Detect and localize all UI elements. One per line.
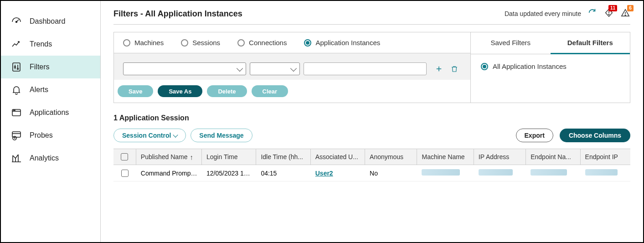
th-label: Idle Time (hh... bbox=[261, 153, 303, 160]
delete-button[interactable]: Delete bbox=[207, 85, 247, 97]
table-row[interactable]: Command Prompt-1 12/05/2023 1:24 ... 04:… bbox=[113, 165, 630, 181]
th-machine-name[interactable]: Machine Name bbox=[417, 149, 474, 165]
radio-label: Application Instances bbox=[315, 39, 380, 47]
sidebar-item-filters[interactable]: Filters bbox=[1, 56, 100, 78]
svg-point-9 bbox=[608, 14, 609, 15]
filter-controls bbox=[123, 62, 461, 75]
sidebar-item-label: Filters bbox=[30, 63, 50, 71]
svg-point-0 bbox=[16, 21, 17, 23]
redacted-value bbox=[422, 169, 459, 176]
refresh-button[interactable] bbox=[587, 8, 598, 20]
th-label: Anonymous bbox=[370, 153, 403, 160]
save-as-button[interactable]: Save As bbox=[158, 85, 202, 97]
sidebar-item-alerts[interactable]: Alerts bbox=[1, 78, 100, 101]
alert-warning-button[interactable]: 6 bbox=[620, 8, 630, 20]
radio-label: Sessions bbox=[192, 39, 220, 47]
sidebar-item-probes[interactable]: Probes bbox=[1, 124, 100, 147]
cell-machine-name bbox=[417, 169, 474, 177]
svg-point-2 bbox=[15, 67, 16, 68]
delete-filter-icon[interactable] bbox=[450, 65, 459, 73]
sidebar-item-label: Probes bbox=[30, 131, 53, 140]
radio-sessions[interactable]: Sessions bbox=[181, 39, 220, 47]
th-label: Login Time bbox=[206, 153, 237, 160]
svg-point-10 bbox=[625, 15, 625, 16]
radio-label: Connections bbox=[249, 39, 287, 47]
svg-point-3 bbox=[17, 68, 19, 70]
svg-point-6 bbox=[15, 110, 15, 110]
sidebar-item-label: Applications bbox=[30, 109, 69, 117]
svg-point-5 bbox=[13, 110, 14, 110]
sidebar-item-label: Analytics bbox=[30, 154, 59, 162]
radio-circle-icon bbox=[123, 39, 130, 47]
th-label: Endpoint IP bbox=[585, 153, 618, 160]
tab-saved-filters[interactable]: Saved Filters bbox=[471, 32, 551, 54]
filter-button-row: Save Save As Delete Clear bbox=[114, 80, 470, 103]
filter-right: Saved Filters Default Filters All Applic… bbox=[470, 32, 630, 103]
th-login-time[interactable]: Login Time bbox=[202, 149, 256, 165]
filter-field-dropdown[interactable] bbox=[123, 62, 246, 75]
default-filter-label: All Application Instances bbox=[493, 62, 567, 70]
radio-machines[interactable]: Machines bbox=[123, 39, 164, 47]
filter-operator-dropdown[interactable] bbox=[250, 62, 300, 75]
th-anonymous[interactable]: Anonymous bbox=[365, 149, 417, 165]
badge-warning: 6 bbox=[627, 5, 634, 11]
row-checkbox[interactable] bbox=[121, 170, 129, 177]
redacted-value bbox=[531, 169, 567, 176]
cell-endpoint-ip bbox=[581, 169, 630, 177]
clear-button[interactable]: Clear bbox=[252, 85, 289, 97]
radio-connections[interactable]: Connections bbox=[237, 39, 287, 47]
alert-critical-button[interactable]: 11 bbox=[604, 8, 614, 20]
filter-value-input[interactable] bbox=[304, 62, 427, 75]
th-label: Machine Name bbox=[422, 153, 464, 160]
cell-login-time: 12/05/2023 1:24 ... bbox=[202, 170, 256, 177]
redacted-value bbox=[479, 169, 513, 176]
session-count: 1 Application Session bbox=[113, 114, 630, 122]
page-title: Filters - All Application Instances bbox=[113, 9, 242, 19]
cell-anonymous: No bbox=[365, 170, 417, 177]
action-left: Session Control Send Message bbox=[113, 129, 252, 142]
send-message-button[interactable]: Send Message bbox=[191, 129, 252, 142]
cell-endpoint-name bbox=[526, 169, 580, 177]
trends-icon bbox=[11, 39, 22, 50]
th-published-name[interactable]: Published Name↑ bbox=[136, 149, 202, 165]
update-text: Data updated every minute bbox=[505, 10, 581, 17]
th-label: Endpoint Na... bbox=[531, 153, 571, 160]
choose-columns-button[interactable]: Choose Columns bbox=[560, 129, 630, 142]
radio-circle-icon bbox=[181, 39, 188, 47]
th-label: Associated U... bbox=[315, 153, 358, 160]
select-all-checkbox[interactable] bbox=[121, 153, 128, 160]
default-filters-body: All Application Instances bbox=[471, 54, 630, 78]
th-endpoint-name[interactable]: Endpoint Na... bbox=[526, 149, 580, 165]
save-button[interactable]: Save bbox=[118, 85, 153, 97]
sidebar-item-dashboard[interactable]: Dashboard bbox=[1, 10, 100, 33]
th-associated-user[interactable]: Associated U... bbox=[311, 149, 365, 165]
main-content: Filters - All Application Instances Data… bbox=[101, 1, 643, 242]
cell-associated-user: User2 bbox=[311, 170, 365, 177]
default-filter-all-app-instances[interactable]: All Application Instances bbox=[481, 62, 620, 70]
radio-label: Machines bbox=[134, 39, 164, 47]
user-link[interactable]: User2 bbox=[315, 170, 333, 177]
tab-default-filters[interactable]: Default Filters bbox=[551, 32, 630, 54]
app-window-icon bbox=[11, 107, 22, 118]
th-endpoint-ip[interactable]: Endpoint IP bbox=[581, 149, 630, 165]
cell-ip-address bbox=[474, 169, 526, 177]
redacted-value bbox=[585, 169, 618, 176]
radio-circle-icon bbox=[481, 63, 488, 70]
radio-app-instances[interactable]: Application Instances bbox=[304, 39, 380, 47]
export-button[interactable]: Export bbox=[516, 129, 553, 142]
session-control-button[interactable]: Session Control bbox=[113, 129, 186, 142]
bell-icon bbox=[11, 84, 22, 95]
add-filter-icon[interactable] bbox=[435, 65, 443, 73]
badge-critical: 11 bbox=[608, 5, 617, 11]
th-checkbox bbox=[113, 149, 136, 165]
sidebar-item-label: Alerts bbox=[30, 86, 48, 94]
filter-box: Machines Sessions Connections Applicatio… bbox=[113, 32, 630, 103]
sidebar-item-trends[interactable]: Trends bbox=[1, 33, 100, 56]
filter-type-radios: Machines Sessions Connections Applicatio… bbox=[114, 32, 470, 53]
sidebar-item-analytics[interactable]: Analytics bbox=[1, 147, 100, 170]
chevron-down-icon bbox=[237, 65, 243, 72]
th-ip-address[interactable]: IP Address bbox=[474, 149, 526, 165]
filter-left: Machines Sessions Connections Applicatio… bbox=[114, 32, 470, 103]
th-idle-time[interactable]: Idle Time (hh... bbox=[256, 149, 310, 165]
sidebar-item-applications[interactable]: Applications bbox=[1, 101, 100, 124]
